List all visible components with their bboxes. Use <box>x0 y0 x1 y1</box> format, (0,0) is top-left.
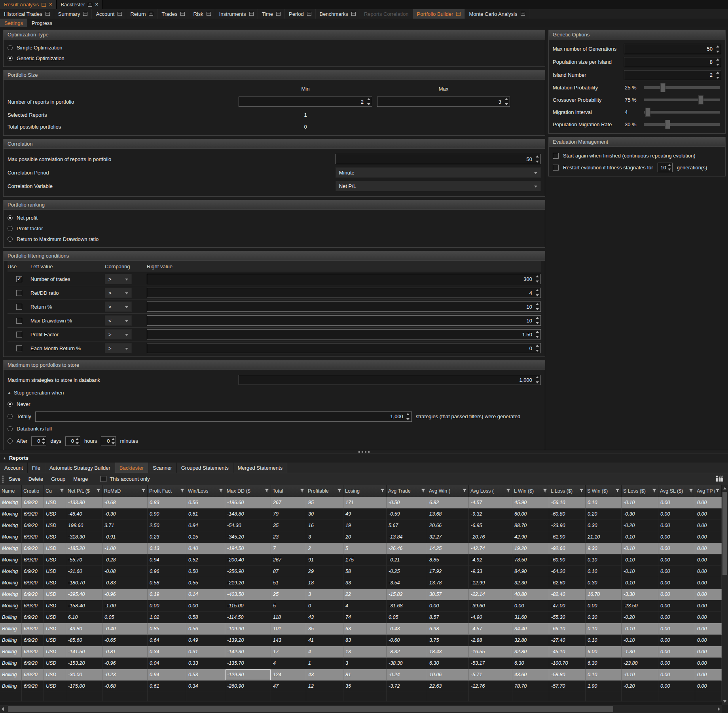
table-cell[interactable]: -109.90 <box>225 623 271 635</box>
table-row[interactable]: Moving6/9/20USD-318.30-0.910.230.15-345.… <box>0 531 722 543</box>
reports-tab-backtester[interactable]: Backtester <box>115 463 148 473</box>
table-cell[interactable]: 0.61 <box>186 508 225 520</box>
table-cell[interactable]: -185.20 <box>66 543 102 554</box>
table-cell[interactable]: 42.90 <box>512 531 549 543</box>
table-cell[interactable]: Bolling <box>0 658 22 669</box>
comparing-select[interactable]: > <box>105 329 132 339</box>
stop-option-never[interactable]: Never <box>8 398 541 410</box>
table-cell[interactable]: -194.50 <box>225 543 271 554</box>
table-cell[interactable]: 47 <box>271 681 306 692</box>
checkbox-unchecked[interactable] <box>100 476 106 482</box>
spin-up-icon[interactable] <box>536 317 539 319</box>
table-cell[interactable]: 6/9/20 <box>22 623 44 635</box>
table-cell[interactable]: 0.00 <box>695 520 722 531</box>
table-cell[interactable]: 95 <box>306 497 343 508</box>
table-cell[interactable]: -0.81 <box>102 646 148 658</box>
table-row[interactable]: Bolling6/9/20USD-175.00-0.680.610.34-260… <box>0 681 722 692</box>
radio-selected[interactable] <box>8 56 13 61</box>
tab-account[interactable]: Account <box>92 9 126 19</box>
window-tab-result-analysis[interactable]: Result Analysis✕ <box>0 0 57 9</box>
table-cell[interactable]: 6/9/20 <box>22 612 44 623</box>
table-cell[interactable]: -60.80 <box>549 508 586 520</box>
table-cell[interactable]: 0.00 <box>658 646 695 658</box>
table-cell[interactable]: 0.00 <box>586 600 622 612</box>
reports-tab-grouped-statements[interactable]: Grouped Statements <box>177 463 233 473</box>
spinner-buttons[interactable] <box>715 59 720 66</box>
table-cell[interactable]: 0.00 <box>695 612 722 623</box>
table-cell[interactable]: 0.53 <box>186 669 225 681</box>
table-cell[interactable]: 143 <box>271 635 306 646</box>
column-header-s-loss[interactable]: S Loss ($) <box>622 485 658 497</box>
table-cell[interactable]: -196.60 <box>225 497 271 508</box>
column-header-total[interactable]: Total <box>271 485 306 497</box>
use-checkbox-unchecked[interactable] <box>16 318 22 324</box>
table-row[interactable]: Moving6/9/20USD-180.70-0.830.580.55-219.… <box>0 577 722 589</box>
table-cell[interactable]: -9.33 <box>469 566 512 577</box>
table-cell[interactable]: 6/9/20 <box>22 635 44 646</box>
table-cell[interactable]: -115.00 <box>225 600 271 612</box>
table-cell[interactable]: -46.40 <box>66 508 102 520</box>
filter-funnel-icon[interactable] <box>579 488 584 494</box>
table-cell[interactable]: -0.08 <box>102 566 148 577</box>
table-cell[interactable]: 4 <box>271 658 306 669</box>
table-cell[interactable]: -0.25 <box>387 566 427 577</box>
comparing-select[interactable]: > <box>105 274 132 284</box>
table-cell[interactable]: -4.92 <box>469 554 512 566</box>
subtab-settings[interactable]: Settings <box>0 19 27 27</box>
table-cell[interactable]: 3 <box>306 531 343 543</box>
table-cell[interactable]: -129.80 <box>225 669 271 681</box>
table-cell[interactable]: Moving <box>0 508 22 520</box>
table-cell[interactable]: -56.10 <box>549 497 586 508</box>
table-cell[interactable]: 0.49 <box>186 635 225 646</box>
table-cell[interactable]: -0.23 <box>102 669 148 681</box>
tab-time[interactable]: Time <box>258 9 285 19</box>
table-cell[interactable]: -0.30 <box>102 508 148 520</box>
slider-track[interactable] <box>644 123 720 126</box>
table-cell[interactable]: -0.10 <box>622 543 658 554</box>
spinner-buttons[interactable] <box>504 98 508 105</box>
table-cell[interactable]: -0.10 <box>622 554 658 566</box>
tab-instruments[interactable]: Instruments <box>215 9 258 19</box>
table-cell[interactable]: 6/9/20 <box>22 520 44 531</box>
table-cell[interactable]: USD <box>44 646 66 658</box>
filter-funnel-icon[interactable] <box>96 488 100 494</box>
table-cell[interactable]: -219.20 <box>225 577 271 589</box>
table-cell[interactable]: -0.50 <box>387 497 427 508</box>
table-cell[interactable]: USD <box>44 658 66 669</box>
spinner-buttons[interactable] <box>406 413 410 420</box>
table-cell[interactable]: 49 <box>343 508 387 520</box>
table-cell[interactable]: 0.00 <box>658 566 695 577</box>
spinner-buttons[interactable] <box>535 376 539 383</box>
table-cell[interactable]: 74 <box>343 612 387 623</box>
slider-handle[interactable] <box>660 83 665 92</box>
table-cell[interactable]: 0.00 <box>658 589 695 600</box>
table-cell[interactable]: -16.55 <box>469 646 512 658</box>
table-row[interactable]: Moving6/9/20USD-55.70-0.280.940.52-200.4… <box>0 554 722 566</box>
table-cell[interactable]: 91 <box>306 554 343 566</box>
table-cell[interactable]: 25 <box>271 589 306 600</box>
table-cell[interactable]: 0.00 <box>658 543 695 554</box>
scroll-left-icon[interactable] <box>2 707 4 711</box>
radio-selected[interactable] <box>8 402 13 407</box>
spin-up-icon[interactable] <box>536 376 539 378</box>
table-cell[interactable]: -0.28 <box>102 554 148 566</box>
table-cell[interactable]: 0.00 <box>658 669 695 681</box>
table-cell[interactable]: -260.90 <box>225 681 271 692</box>
table-cell[interactable]: 0.00 <box>658 497 695 508</box>
tab-risk[interactable]: Risk <box>189 9 215 19</box>
table-cell[interactable]: USD <box>44 635 66 646</box>
table-cell[interactable]: 22 <box>343 589 387 600</box>
table-cell[interactable]: 16.70 <box>586 589 622 600</box>
table-cell[interactable]: 0.30 <box>586 520 622 531</box>
filter-funnel-icon[interactable] <box>652 488 656 494</box>
table-cell[interactable]: -148.80 <box>225 508 271 520</box>
table-cell[interactable]: 63 <box>343 623 387 635</box>
table-cell[interactable]: -0.60 <box>387 635 427 646</box>
radio-selected[interactable] <box>8 215 13 220</box>
table-cell[interactable]: 0.10 <box>586 497 622 508</box>
table-row[interactable]: Moving6/9/20USD-395.40-0.960.190.14-403.… <box>0 589 722 600</box>
filter-right-value-input[interactable]: 300 <box>147 274 541 284</box>
table-cell[interactable]: -4.90 <box>469 612 512 623</box>
table-cell[interactable]: -0.59 <box>387 508 427 520</box>
table-cell[interactable]: -23.80 <box>622 658 658 669</box>
